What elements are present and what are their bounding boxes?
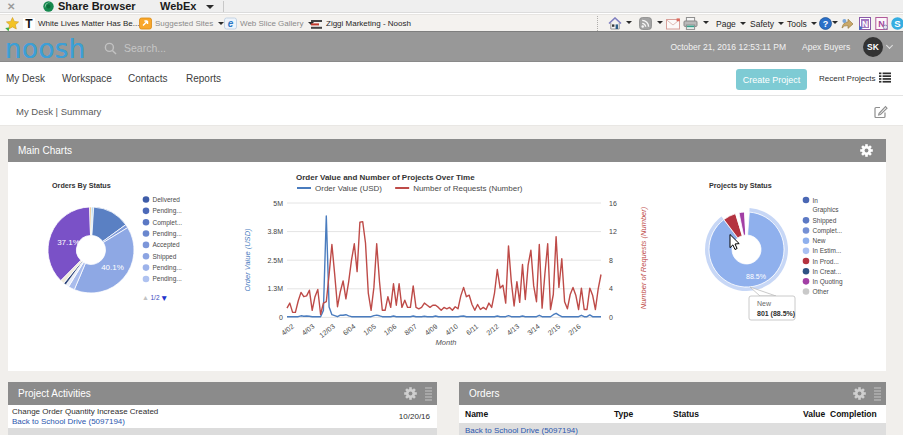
account-menu-caret-icon[interactable] (886, 42, 893, 49)
menu-label: Safety (750, 19, 774, 29)
app-header: noosh Search... October 21, 2016 12:53:1… (0, 31, 903, 62)
main-charts-panel: Main Charts (8, 139, 886, 371)
webex-logo-icon (43, 1, 54, 12)
home-icon (608, 17, 622, 30)
onenote-send-button[interactable]: N (858, 15, 871, 32)
recent-projects-list-icon[interactable] (879, 72, 893, 86)
dropdown-caret-icon[interactable] (703, 21, 709, 24)
avatar[interactable]: SK (863, 37, 883, 57)
help-button[interactable]: ? (819, 15, 832, 32)
nav-item-workspace[interactable]: Workspace (62, 73, 112, 84)
order-name-link[interactable]: Back to School Drive (5097194) (465, 426, 578, 435)
svg-text:e: e (228, 18, 234, 29)
favorite-item[interactable]: Ziggi Marketing - Noosh (311, 15, 411, 32)
orders-panel: Orders NameTypeStatusValueCompletion Bac… (459, 382, 886, 435)
svg-text:N: N (862, 19, 868, 29)
gear-icon[interactable] (403, 386, 418, 401)
orders-table-header: NameTypeStatusValueCompletion (459, 405, 886, 423)
nav-item-contacts[interactable]: Contacts (128, 73, 167, 84)
activity-date: 10/20/16 (399, 412, 430, 421)
safety-menu[interactable]: Safety (750, 15, 784, 32)
gear-icon[interactable] (859, 143, 874, 158)
favorite-item[interactable]: TWhite Lives Matter Has Be... (23, 15, 139, 32)
help-icon: ? (819, 17, 832, 30)
svg-text:T: T (25, 18, 33, 30)
favorite-item[interactable]: Suggested Sites (139, 15, 224, 32)
onenote-linked-button[interactable]: N (875, 15, 888, 32)
webex-menu[interactable]: WebEx (160, 0, 196, 13)
nav-item-reports[interactable]: Reports (186, 73, 221, 84)
svg-text:?: ? (823, 19, 829, 29)
tools-menu[interactable]: Tools (787, 15, 817, 32)
edit-icon[interactable] (873, 104, 888, 119)
orders-header: Orders (459, 382, 886, 405)
menu-label: Page (716, 19, 736, 29)
screen: ✕ Share Browser WebEx TWhite Lives Matte… (0, 0, 903, 435)
orders-column-name[interactable]: Name (465, 409, 488, 419)
noosh-site-icon (311, 18, 323, 30)
search-icon (104, 42, 117, 55)
dropdown-caret-icon (740, 22, 746, 25)
orders-title: Orders (469, 388, 500, 399)
orders-column-value[interactable]: Value (803, 409, 825, 419)
web-slice-icon: e (224, 17, 237, 30)
activity-row-next (8, 428, 437, 435)
activity-project-link[interactable]: Back to School Drive (5097194) (12, 417, 125, 426)
mail-button[interactable] (666, 15, 681, 32)
favorite-label: White Lives Matter Has Be... (38, 19, 139, 28)
project-activities-header: Project Activities (8, 382, 437, 405)
gear-icon[interactable] (852, 386, 867, 401)
close-icon[interactable]: ✕ (7, 1, 17, 12)
mail-icon (666, 18, 681, 30)
search-input[interactable]: Search... (104, 38, 364, 58)
home-button[interactable] (608, 15, 622, 32)
favorite-label: Web Slice Gallery (240, 19, 303, 28)
feed-icon (639, 17, 652, 30)
nav-item-my-desk[interactable]: My Desk (6, 73, 45, 84)
dropdown-caret-icon[interactable] (832, 21, 838, 24)
orders-column-type[interactable]: Type (614, 409, 633, 419)
feed-button[interactable] (639, 15, 652, 32)
separator (223, 1, 224, 12)
dropdown-caret-icon[interactable] (626, 21, 632, 24)
orders-column-completion[interactable]: Completion (830, 409, 877, 419)
favorite-item[interactable]: eWeb Slice Gallery (224, 15, 314, 32)
separator (597, 16, 598, 31)
favorite-label: Ziggi Marketing - Noosh (326, 19, 411, 28)
account-name[interactable]: Apex Buyers (802, 42, 850, 52)
print-icon (683, 17, 698, 30)
webex-menu-caret-icon[interactable] (206, 5, 214, 9)
noosh-logo[interactable]: noosh (5, 34, 86, 64)
menu-label: Tools (787, 19, 807, 29)
search-placeholder: Search... (124, 42, 166, 54)
dropdown-caret-icon[interactable] (657, 21, 663, 24)
create-project-button[interactable]: Create Project (736, 69, 807, 90)
datetime-label: October 21, 2016 12:53:11 PM (670, 42, 786, 52)
main-charts-header: Main Charts (8, 139, 886, 162)
breadcrumb[interactable]: My Desk | Summary (16, 106, 101, 117)
dropdown-caret-icon (811, 22, 817, 25)
project-activities-panel: Project Activities Change Order Quantity… (8, 382, 437, 435)
skype-button[interactable]: S (891, 15, 903, 32)
main-charts-title: Main Charts (18, 145, 72, 156)
page-menu[interactable]: Page (716, 15, 746, 32)
activity-text: Change Order Quantity Increase Created (12, 407, 158, 416)
favorites-bar: TWhite Lives Matter Has Be...Suggested S… (0, 14, 903, 31)
orders-column-status[interactable]: Status (673, 409, 699, 419)
onenote-linked-icon: N (875, 17, 888, 30)
dropdown-caret-icon (778, 22, 784, 25)
share-app-button[interactable] (841, 15, 854, 32)
favorite-item-add[interactable] (5, 15, 20, 32)
drag-grip-icon[interactable] (874, 386, 881, 401)
svg-text:S: S (894, 18, 900, 29)
breadcrumb-row: My Desk | Summary (0, 97, 903, 126)
activity-row: Change Order Quantity Increase Created B… (8, 405, 437, 428)
share-app-icon (841, 18, 854, 30)
main-nav: My DeskWorkspaceContactsReports Create P… (0, 63, 903, 96)
onenote-send-icon: N (858, 17, 871, 30)
print-button[interactable] (683, 15, 698, 32)
recent-projects-link[interactable]: Recent Projects (819, 74, 875, 83)
drag-grip-icon[interactable] (425, 386, 432, 401)
nyt-icon: T (23, 18, 35, 30)
webex-share-bar: ✕ Share Browser WebEx (0, 0, 903, 13)
